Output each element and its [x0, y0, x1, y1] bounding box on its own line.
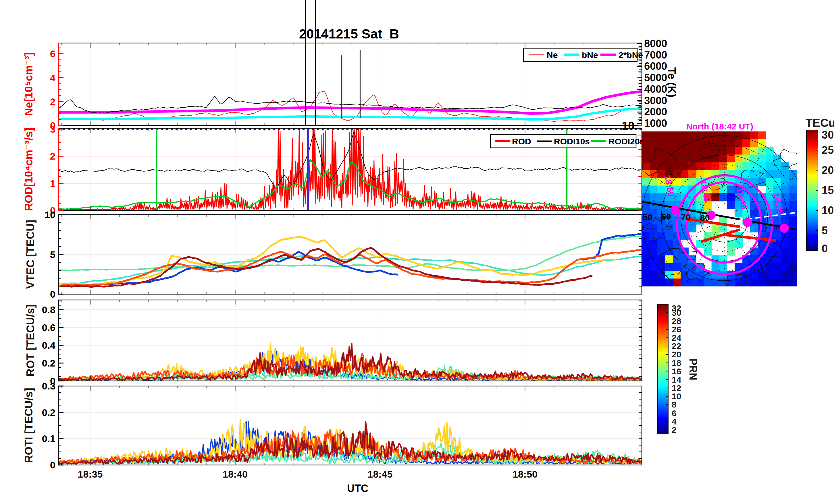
svg-text:8000: 8000: [644, 38, 667, 49]
svg-text:0: 0: [50, 459, 56, 471]
svg-text:10: 10: [672, 391, 681, 401]
svg-text:24: 24: [672, 333, 681, 342]
svg-text:0: 0: [822, 243, 828, 255]
svg-text:60: 60: [661, 212, 671, 221]
svg-text:bNe: bNe: [582, 50, 598, 60]
figure-root: 20141215 Sat_B Ne[10⁵cm⁻³] Te (K) ROD[10…: [0, 0, 834, 504]
svg-text:5: 5: [50, 249, 56, 260]
svg-text:10: 10: [622, 119, 635, 132]
svg-text:18:40: 18:40: [223, 469, 248, 480]
svg-text:0.1: 0.1: [42, 433, 56, 444]
svg-text:70: 70: [681, 212, 690, 222]
svg-text:25: 25: [822, 144, 834, 156]
svg-text:15: 15: [822, 184, 834, 196]
svg-text:2000: 2000: [644, 106, 667, 118]
svg-text:4: 4: [50, 72, 56, 83]
svg-text:10: 10: [45, 209, 56, 220]
svg-text:20: 20: [672, 349, 681, 359]
svg-text:18:35: 18:35: [78, 469, 103, 480]
svg-text:0.2: 0.2: [42, 358, 56, 368]
svg-text:6: 6: [672, 408, 677, 418]
svg-text:2: 2: [672, 425, 677, 435]
svg-text:5000: 5000: [644, 72, 667, 84]
svg-text:2*bNe: 2*bNe: [618, 50, 643, 60]
svg-text:80: 80: [700, 213, 709, 223]
svg-text:18:45: 18:45: [368, 469, 393, 480]
svg-text:18: 18: [672, 358, 681, 368]
svg-text:2: 2: [50, 151, 56, 162]
svg-text:0.2: 0.2: [42, 407, 56, 418]
svg-text:26: 26: [672, 325, 681, 334]
figure-canvas: 02460123051000.20.40.60.800.10.20.310002…: [0, 0, 834, 504]
svg-text:30: 30: [822, 129, 834, 141]
svg-text:0.8: 0.8: [42, 304, 56, 315]
svg-text:30: 30: [672, 308, 681, 317]
svg-text:4: 4: [672, 417, 677, 426]
svg-text:6: 6: [50, 48, 56, 59]
svg-text:RODI10s: RODI10s: [554, 137, 590, 146]
svg-text:28: 28: [672, 316, 681, 326]
svg-text:7000: 7000: [644, 49, 667, 61]
svg-text:6000: 6000: [644, 60, 667, 72]
svg-text:50: 50: [643, 212, 652, 222]
svg-text:Ne: Ne: [547, 50, 557, 60]
svg-text:3000: 3000: [644, 95, 667, 107]
svg-text:20: 20: [822, 164, 834, 176]
svg-text:8: 8: [672, 400, 677, 409]
svg-text:2: 2: [50, 96, 56, 107]
svg-text:0.3: 0.3: [42, 381, 56, 391]
svg-text:16: 16: [672, 367, 681, 376]
svg-text:0: 0: [50, 289, 56, 300]
svg-text:0.4: 0.4: [42, 340, 56, 351]
svg-text:RODI20s: RODI20s: [609, 137, 644, 146]
svg-text:14: 14: [672, 375, 681, 384]
svg-text:1000: 1000: [644, 117, 667, 129]
svg-text:18:50: 18:50: [512, 469, 537, 480]
svg-text:1: 1: [50, 178, 56, 189]
svg-text:ROD: ROD: [512, 137, 531, 146]
svg-text:10: 10: [822, 204, 834, 216]
svg-text:5: 5: [822, 225, 828, 236]
svg-text:22: 22: [672, 341, 681, 351]
svg-text:3: 3: [50, 124, 56, 135]
svg-text:0.6: 0.6: [42, 322, 56, 333]
svg-text:12: 12: [672, 383, 681, 393]
svg-text:4000: 4000: [644, 83, 667, 95]
